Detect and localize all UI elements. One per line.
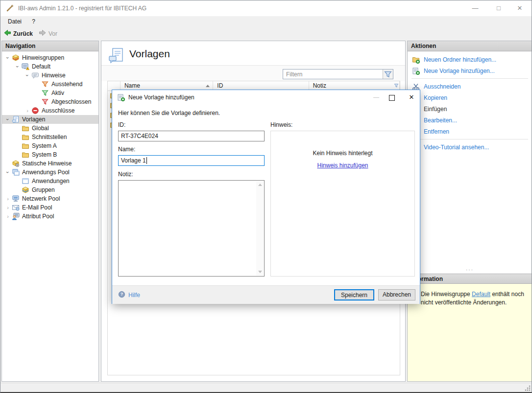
nav-item-ausschl-sse[interactable]: ›Ausschlüsse [2,106,98,115]
scroll-up-icon [258,184,262,186]
nav-item-e-mail-pool[interactable]: ›E-Mail Pool [2,203,98,212]
add-hint-link[interactable]: Hinweis hinzufügen [317,162,368,169]
action-label: Kopieren [424,94,447,101]
action-label: Ausschneiden [424,83,460,90]
nav-item-hinweise[interactable]: ›Hinweise [2,71,98,80]
filter-placeholder: Filtern [283,71,383,78]
id-field[interactable]: RT-37C4E024 [118,131,265,141]
menu-datei[interactable]: Datei [3,16,26,27]
app-icon[interactable] [6,4,14,12]
menu-help[interactable]: ? [27,16,40,27]
actions-panel: Aktionen Neuen Ordner hinzufügen...Neue … [407,41,532,382]
nav-item-gruppen[interactable]: Gruppen [2,185,98,194]
nav-item-label: Abgeschlossen [51,98,91,105]
nav-item-ausstehend[interactable]: Ausstehend [2,80,98,89]
nav-item-statische-hinweise[interactable]: Statische Hinweise [2,159,98,168]
dialog-footer: ? Hilfe Speichern Abbrechen [112,285,420,304]
action-neue-vorlage-hinzuf-gen[interactable]: Neue Vorlage hinzufügen... [408,65,532,76]
nav-item-anwendungs-pool[interactable]: ›Anwendungs Pool [2,168,98,177]
name-field[interactable]: Vorlage 1 [118,155,265,166]
navigation-header: Navigation [2,41,98,51]
nav-item-attribut-pool[interactable]: ›Attribut Pool [2,212,98,221]
chevron-expanded-icon[interactable]: › [5,54,11,62]
forward-button[interactable]: Vor [36,27,60,40]
minimize-button[interactable]: — [467,0,484,16]
action-label: Neuen Ordner hinzufügen... [424,56,496,63]
help-circle-icon: ? [118,291,125,300]
chevron-expanded-icon[interactable]: › [15,63,21,70]
back-arrow-icon [3,29,11,38]
window-title: IBI-aws Admin 1.21.0 - registriert für I… [18,0,146,16]
navigation-tree: ›Hinweisgruppen›Default›HinweiseAusstehe… [2,51,98,381]
nav-item-vorlagen[interactable]: ›Vorlagen [2,115,98,124]
action-einf-gen[interactable]: Einfügen [408,103,532,115]
nav-item-system-b[interactable]: System B [2,150,98,159]
note-textarea[interactable] [118,180,265,277]
mail-icon [12,204,20,211]
back-button[interactable]: Zurück [0,27,36,40]
nav-item-aktiv[interactable]: Aktiv [2,89,98,97]
action-label: Neue Vorlage hinzufügen... [424,68,495,74]
nav-item-system-a[interactable]: System A [2,141,98,150]
chevron-expanded-icon[interactable]: › [24,71,30,79]
dialog-maximize-button[interactable] [385,90,399,105]
close-button[interactable]: ✕ [511,0,528,16]
nav-item-label: Global [32,125,49,132]
network-monitor-icon [12,195,20,203]
nav-item-hinweisgruppen[interactable]: ›Hinweisgruppen [2,53,98,62]
chevron-expanded-icon[interactable]: › [5,116,11,123]
filter-funnel-button[interactable] [383,69,393,79]
resize-grip[interactable] [525,385,531,392]
forward-label: Vor [48,30,57,37]
action-label: Entfernen [424,128,449,135]
save-button[interactable]: Speichern [334,289,374,301]
action-video-tutorial-ansehen[interactable]: Video-Tutorial ansehen... [408,141,532,153]
nav-item-default[interactable]: ›Default [2,62,98,71]
action-bearbeiten[interactable]: Bearbeiten... [408,115,532,126]
filter-input[interactable]: Filtern [283,69,393,79]
default-group-link[interactable]: Default [472,291,490,298]
dialog-minimize-button[interactable]: — [369,90,384,105]
forward-arrow-icon [39,29,47,38]
nav-item-abgeschlossen[interactable]: Abgeschlossen [2,97,98,106]
chevron-collapsed-icon[interactable]: › [4,196,12,202]
scrollbar[interactable] [256,181,264,276]
action-neuen-ordner-hinzuf-gen[interactable]: Neuen Ordner hinzufügen... [408,54,532,65]
chevron-collapsed-icon[interactable]: › [24,108,31,114]
app-window-icon [22,177,29,185]
column-options-icon[interactable] [393,83,399,89]
chevron-expanded-icon[interactable]: › [5,168,11,176]
speech-bubble-icon [31,71,39,79]
info-splitter[interactable]: ··· [408,268,532,274]
nav-item-anwendungen[interactable]: Anwendungen [2,177,98,185]
id-label: ID: [118,121,125,128]
action-label: Video-Tutorial ansehen... [424,144,489,151]
action-ausschneiden[interactable]: Ausschneiden [408,81,532,92]
chevron-collapsed-icon[interactable]: › [4,205,12,210]
maximize-box-icon [389,95,395,101]
info-text-before: Die Hinweisgruppe [421,291,472,298]
information-text: Die Hinweisgruppe Default enthält noch n… [421,290,531,307]
nav-item-netzwerk-pool[interactable]: ›Netzwerk Pool [2,194,98,203]
nav-item-label: Aktiv [51,90,64,96]
maximize-button[interactable]: □ [490,0,507,16]
nav-item-label: E-Mail Pool [22,204,52,211]
hint-label: Hinweis: [270,121,292,128]
chevron-collapsed-icon[interactable]: › [4,213,12,219]
action-kopieren[interactable]: Kopieren [408,92,532,103]
nav-item-label: System B [32,151,57,158]
toolbar: Zurück Vor [0,27,532,40]
information-header: Information [408,274,532,284]
nav-item-global[interactable]: Global [2,124,98,133]
monitor-warning-icon [22,63,29,70]
dialog-close-button[interactable]: ✕ [404,90,419,105]
nav-item-label: Hinweise [42,72,66,79]
folder-plus-icon [412,56,420,64]
cancel-button[interactable]: Abbrechen [378,289,415,301]
action-entfernen[interactable]: Entfernen [408,126,532,137]
nav-item-label: Gruppen [32,186,55,193]
nav-item-schnittstellen[interactable]: Schnittstellen [2,133,98,141]
back-label: Zurück [13,30,33,37]
help-link[interactable]: ? Hilfe [118,291,140,300]
template-page-icon [12,116,20,123]
